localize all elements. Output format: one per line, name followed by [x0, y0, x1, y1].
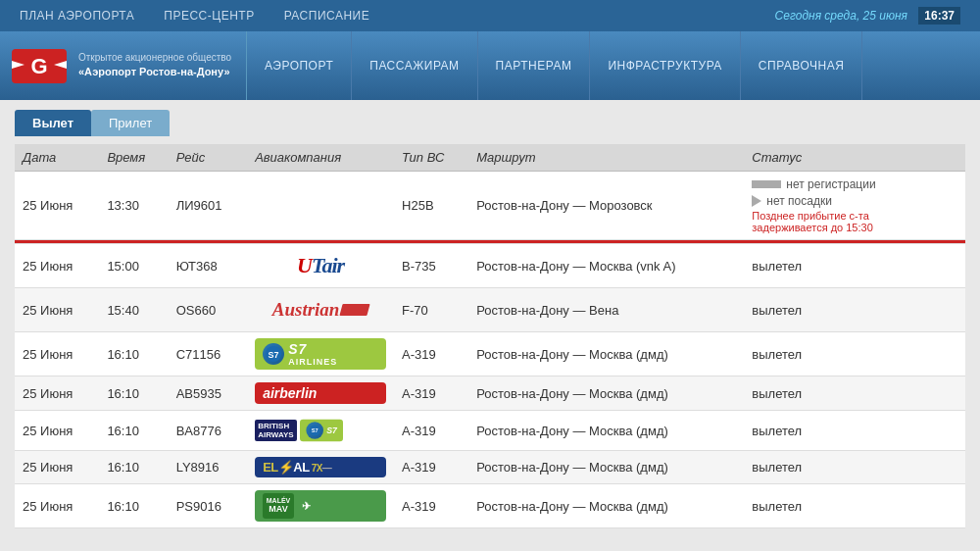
utair-logo: UTair [255, 250, 386, 281]
cell-status: вылетел [744, 451, 965, 484]
site-header: G Открытое акционерное общество «Аэропор… [0, 31, 980, 100]
nav-schedule[interactable]: РАСПИСАНИЕ [284, 9, 370, 23]
cell-flight: PS9016 [169, 484, 247, 528]
no-boarding-label: нет посадки [766, 194, 832, 208]
cell-time: 16:10 [99, 376, 168, 411]
austrian-logo: Austrian [255, 294, 386, 326]
tab-arrival[interactable]: Прилет [91, 110, 170, 136]
cell-date: 25 Июня [15, 411, 99, 451]
table-row: 25 Июня 16:10 LY8916 EL⚡AL7X— A-319 Рост… [15, 451, 965, 484]
airberlin-logo: airberlin [255, 382, 386, 404]
cell-date: 25 Июня [15, 376, 99, 411]
logo-line1: Открытое акционерное общество [78, 51, 231, 65]
cell-aircraft: F-70 [394, 288, 468, 332]
tab-departure[interactable]: Вылет [15, 110, 91, 136]
flights-table: Дата Время Рейс Авиакомпания Тип ВС Марш… [15, 144, 965, 528]
cell-time: 15:40 [99, 288, 168, 332]
date-label: Сегодня среда, 25 июня [775, 9, 907, 23]
time-display: 16:37 [918, 7, 960, 25]
cell-airline: airberlin [247, 376, 394, 411]
ba-s7-logo: BRITISHAIRWAYS S7 S7 [255, 417, 386, 444]
svg-text:S7: S7 [269, 350, 279, 360]
datetime-display: Сегодня среда, 25 июня 16:37 [775, 9, 960, 23]
nav-press-center[interactable]: ПРЕСС-ЦЕНТР [164, 9, 254, 23]
cell-time: 16:10 [99, 451, 168, 484]
cell-route: Ростов-на-Дону — Москва (дмд) [468, 376, 744, 411]
nav-passengers[interactable]: ПАССАЖИРАМ [352, 31, 477, 100]
cell-route: Ростов-на-Дону — Морозовск [468, 172, 744, 240]
site-logo-icon: G [10, 41, 69, 90]
cell-time: 16:10 [99, 411, 168, 451]
table-row: 25 Июня 13:30 ЛИ9601 H25B Ростов-на-Дону… [15, 172, 965, 240]
cell-status: вылетел [744, 244, 965, 288]
cell-aircraft: A-319 [394, 332, 468, 376]
no-reg-label: нет регистрации [786, 177, 875, 191]
col-time: Время [99, 144, 168, 172]
cell-aircraft: H25B [394, 172, 468, 240]
nav-infrastructure[interactable]: ИНФРАСТРУКТУРА [590, 31, 740, 100]
cell-airline: BRITISHAIRWAYS S7 S7 [247, 411, 394, 451]
nav-reference[interactable]: СПРАВОЧНАЯ [741, 31, 863, 100]
cell-route: Ростов-на-Дону — Москва (vnk A) [468, 244, 744, 288]
top-navigation: ПЛАН АЭРОПОРТА ПРЕСС-ЦЕНТР РАСПИСАНИЕ Се… [0, 0, 980, 31]
status-no-reg: нет регистрации нет посадки Позднее приб… [752, 177, 957, 233]
cell-airline: MALÉV MAV ✈ [247, 484, 394, 528]
delay-label: Позднее прибытие с-тазадерживается до 15… [752, 210, 957, 233]
mav-logo: MALÉV MAV ✈ [255, 490, 386, 522]
svg-text:G: G [30, 54, 47, 78]
cell-date: 25 Июня [15, 451, 99, 484]
flew-status: вылетел [752, 424, 802, 438]
table-row: 25 Июня 15:00 ЮТ368 UTair B-735 Ростов-н… [15, 244, 965, 288]
flew-status: вылетел [752, 347, 802, 362]
nav-airport-plan[interactable]: ПЛАН АЭРОПОРТА [20, 9, 134, 23]
cell-aircraft: A-319 [394, 484, 468, 528]
cell-date: 25 Июня [15, 332, 99, 376]
svg-text:MALÉV: MALÉV [267, 496, 291, 504]
cell-flight: С71156 [169, 332, 247, 376]
cell-aircraft: B-735 [394, 244, 468, 288]
cell-aircraft: A-319 [394, 451, 468, 484]
col-aircraft: Тип ВС [394, 144, 468, 172]
schedule-tabs: Вылет Прилет [15, 110, 965, 136]
cell-status: вылетел [744, 376, 965, 411]
nav-airport[interactable]: АЭРОПОРТ [247, 31, 352, 100]
cell-flight: BA8776 [169, 411, 247, 451]
cell-airline [247, 172, 394, 240]
logo-text: Открытое акционерное общество «Аэропорт … [78, 51, 231, 79]
flew-status: вылетел [752, 259, 802, 274]
nav-partners[interactable]: ПАРТНЕРАМ [478, 31, 591, 100]
cell-flight: OS660 [169, 288, 247, 332]
col-route: Маршрут [468, 144, 744, 172]
cell-airline: S7 S7AIRLINES [247, 332, 394, 376]
cell-route: Ростов-на-Дону — Вена [468, 288, 744, 332]
cell-route: Ростов-на-Дону — Москва (дмд) [468, 451, 744, 484]
cell-status: нет регистрации нет посадки Позднее приб… [744, 172, 965, 240]
cell-status: вылетел [744, 411, 965, 451]
cell-status: вылетел [744, 332, 965, 376]
table-row: 25 Июня 15:40 OS660 Austrian F-70 Ростов… [15, 288, 965, 332]
table-row: 25 Июня 16:10 С71156 S7 S7AIRLINES A-319… [15, 332, 965, 376]
cell-date: 25 Июня [15, 172, 99, 240]
cell-airline: EL⚡AL7X— [247, 451, 394, 484]
col-airline: Авиакомпания [247, 144, 394, 172]
cell-airline: Austrian [247, 288, 394, 332]
cell-flight: LY8916 [169, 451, 247, 484]
table-row: 25 Июня 16:10 BA8776 BRITISHAIRWAYS S7 S… [15, 411, 965, 451]
top-nav-links: ПЛАН АЭРОПОРТА ПРЕСС-ЦЕНТР РАСПИСАНИЕ [20, 9, 369, 23]
cell-flight: ЛИ9601 [169, 172, 247, 240]
cell-time: 16:10 [99, 332, 168, 376]
cell-route: Ростов-на-Дону — Москва (дмд) [468, 332, 744, 376]
cell-date: 25 Июня [15, 484, 99, 528]
s7-logo: S7 S7AIRLINES [255, 338, 386, 370]
main-navigation: АЭРОПОРТ ПАССАЖИРАМ ПАРТНЕРАМ ИНФРАСТРУК… [247, 31, 980, 100]
table-row: 25 Июня 16:10 AB5935 airberlin A-319 Рос… [15, 376, 965, 411]
logo-area[interactable]: G Открытое акционерное общество «Аэропор… [10, 31, 247, 100]
svg-text:S7: S7 [311, 427, 318, 433]
cell-airline: UTair [247, 244, 394, 288]
table-row: 25 Июня 16:10 PS9016 MALÉV MAV ✈ A-319 Р… [15, 484, 965, 528]
flew-status: вылетел [752, 303, 802, 318]
cell-flight: AB5935 [169, 376, 247, 411]
cell-flight: ЮТ368 [169, 244, 247, 288]
cell-route: Ростов-на-Дону — Москва (дмд) [468, 484, 744, 528]
flew-status: вылетел [752, 460, 802, 475]
